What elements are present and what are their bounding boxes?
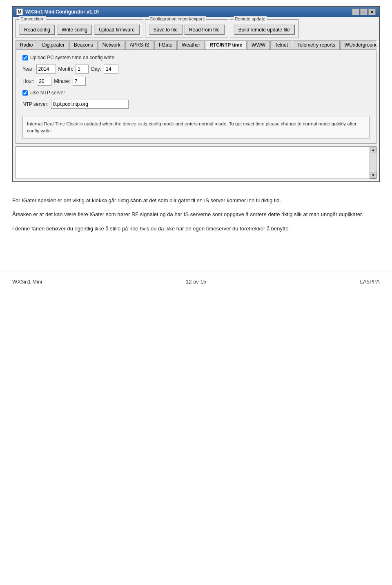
remote-update-group: Remote update Build remote update file [230, 19, 298, 38]
titlebar: M WX3in1 Mini Configurator v1.10 – □ ✕ [13, 7, 379, 17]
config-import-label: Configuration import/export: [149, 16, 207, 21]
tabs-row: Radio Digipeater Beacons Network APRS-IS… [16, 40, 376, 49]
hour-label: Hour: [22, 78, 34, 84]
config-import-group: Configuration import/export: Save to fil… [145, 19, 228, 38]
time-row: Hour: Minute: [22, 77, 370, 86]
month-label: Month: [58, 66, 74, 72]
month-input[interactable] [76, 65, 89, 74]
tab-i-gate[interactable]: I-Gate [154, 40, 177, 49]
toolbar-row: Connection: Read config Write config Upl… [16, 19, 376, 38]
app-icon: M [16, 9, 23, 15]
maximize-button[interactable]: □ [360, 9, 368, 15]
tab-telemetry[interactable]: Telemetry reports [293, 40, 340, 49]
use-ntp-label: Use NTP server [30, 90, 65, 96]
app-window: M WX3in1 Mini Configurator v1.10 – □ ✕ C… [12, 6, 380, 182]
ntp-server-label: NTP server: [22, 101, 49, 107]
body-text: For IGater spesielt er det viktig at klo… [0, 188, 392, 247]
log-area: ▲ ▼ [16, 146, 376, 179]
close-button[interactable]: ✕ [368, 9, 376, 15]
minute-label: Minute: [54, 78, 70, 84]
body-paragraph-1: For IGater spesielt er det viktig at klo… [12, 196, 380, 205]
build-remote-button[interactable]: Build remote update file [234, 25, 295, 35]
tab-content-rtcntp: Upload PC system time on config write Ye… [16, 49, 376, 144]
write-config-button[interactable]: Write config [57, 25, 92, 35]
log-scrollbar: ▲ ▼ [370, 147, 376, 179]
date-row: Year: Month: Day: [22, 65, 370, 74]
info-box: Internal Real Time Clock is updated when… [22, 117, 370, 138]
save-to-file-button[interactable]: Save to file [149, 25, 183, 35]
tab-weather[interactable]: Weather [177, 40, 205, 49]
hour-input[interactable] [37, 77, 51, 86]
year-label: Year: [22, 66, 34, 72]
upload-time-label: Upload PC system time on config write [30, 55, 114, 60]
remote-update-label: Remote update [234, 16, 267, 21]
read-from-file-button[interactable]: Read from file [184, 25, 225, 35]
window-title: WX3in1 Mini Configurator v1.10 [25, 9, 99, 15]
upload-firmware-button[interactable]: Upload firmware [94, 25, 139, 35]
footer: WX3in1 Mini 12 av 15 LA5PPA [0, 272, 392, 291]
scroll-up-button[interactable]: ▲ [370, 147, 376, 153]
day-label: Day: [91, 66, 101, 72]
connection-label: Connection: [19, 16, 46, 21]
tab-telnet[interactable]: Telnet [270, 40, 292, 49]
upload-time-row: Upload PC system time on config write [22, 55, 370, 60]
body-paragraph-2: Årsaken er at det kan være flere IGater … [12, 210, 380, 219]
use-ntp-checkbox[interactable] [22, 90, 28, 96]
tab-wunderground[interactable]: WUnderground [340, 40, 376, 49]
ntp-checkbox-row: Use NTP server [22, 90, 370, 96]
minimize-button[interactable]: – [352, 9, 359, 15]
connection-group: Connection: Read config Write config Upl… [16, 19, 143, 38]
footer-center: 12 av 15 [135, 279, 257, 285]
tab-radio[interactable]: Radio [16, 40, 37, 49]
read-config-button[interactable]: Read config [19, 25, 55, 35]
tab-aprs-is[interactable]: APRS-IS [125, 40, 154, 49]
year-input[interactable] [36, 65, 56, 74]
tab-network[interactable]: Network [98, 40, 125, 49]
ntp-server-row: NTP server: [22, 100, 370, 109]
minute-input[interactable] [73, 77, 86, 86]
scroll-down-button[interactable]: ▼ [370, 172, 376, 179]
footer-right: LA5PPA [257, 279, 380, 285]
window-body: Connection: Read config Write config Upl… [13, 17, 379, 181]
tab-www[interactable]: WWW [247, 40, 270, 49]
body-paragraph-3: I denne fanen behøver du egentlig ikke å… [12, 225, 380, 233]
upload-time-checkbox[interactable] [22, 55, 28, 60]
tab-beacons[interactable]: Beacons [69, 40, 98, 49]
day-input[interactable] [104, 65, 118, 74]
tab-rtcntp[interactable]: RTC/NTP time [205, 40, 247, 49]
tab-digipeater[interactable]: Digipeater [38, 40, 69, 49]
footer-left: WX3in1 Mini [12, 279, 135, 285]
ntp-server-input[interactable] [51, 100, 129, 109]
info-text: Internal Real Time Clock is updated when… [27, 121, 356, 133]
